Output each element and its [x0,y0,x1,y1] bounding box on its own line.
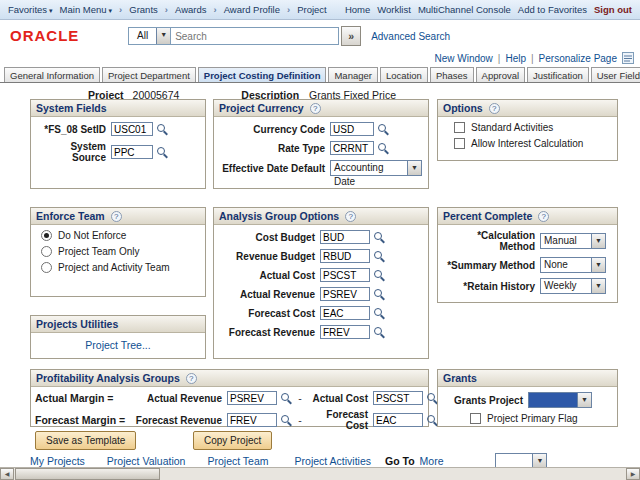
help-icon[interactable]: ? [489,103,500,114]
breadcrumb-awards[interactable]: Awards [175,4,207,15]
separator: | [531,53,534,64]
chevron-down-icon[interactable]: ▼ [156,28,170,44]
project-activities-link[interactable]: Project Activities [295,455,371,467]
actual-revenue-input[interactable] [320,287,370,301]
standard-activities-checkbox[interactable] [454,122,465,133]
actual-cost-input[interactable] [373,391,423,405]
chevron-down-icon[interactable]: ▼ [591,258,605,272]
retain-history-dropdown[interactable]: Weekly ▼ [540,278,606,294]
effective-date-default-dropdown[interactable]: Accounting Date ▼ [330,160,422,176]
cost-budget-input[interactable] [320,230,370,244]
multichannel-console-link[interactable]: MultiChannel Console [418,4,511,15]
forecast-cost-input[interactable] [373,413,423,427]
revenue-budget-input[interactable] [320,249,370,263]
worklist-link[interactable]: Worklist [377,4,411,15]
grants-project-label: Grants Project [442,395,528,406]
forecast-revenue-input[interactable] [320,325,370,339]
search-bar: All ▼ » Advanced Search [128,26,450,46]
help-icon[interactable]: ? [345,211,356,222]
lookup-icon[interactable] [377,123,390,136]
project-team-only-radio[interactable] [41,246,52,257]
lookup-icon[interactable] [280,392,293,405]
lookup-icon[interactable] [280,414,293,427]
tab-project-department[interactable]: Project Department [102,67,196,82]
help-icon[interactable]: ? [310,103,321,114]
chevron-down-icon[interactable]: ▼ [407,161,421,175]
favorites-menu[interactable]: Favorites▾ [8,4,53,15]
copy-url-icon[interactable] [622,52,634,64]
allow-interest-calculation-checkbox[interactable] [454,138,465,149]
tab-justification[interactable]: Justification [527,67,589,82]
help-icon[interactable]: ? [186,373,197,384]
lookup-icon[interactable] [373,288,386,301]
tab-manager[interactable]: Manager [328,67,378,82]
scroll-left-icon[interactable]: ◀ [0,468,14,480]
project-valuation-link[interactable]: Project Valuation [107,455,186,467]
personalize-page-link[interactable]: Personalize Page [539,53,617,64]
currency-code-input[interactable] [330,122,374,136]
sign-out-link[interactable]: Sign out [594,4,632,15]
my-projects-link[interactable]: My Projects [30,455,85,467]
tab-phases[interactable]: Phases [430,67,474,82]
forecast-revenue-input[interactable] [227,413,277,427]
tab-project-costing-definition[interactable]: Project Costing Definition [198,67,327,82]
chevron-down-icon[interactable]: ▼ [577,393,591,407]
setid-input[interactable] [111,122,153,136]
chevron-down-icon[interactable]: ▼ [591,234,605,248]
tab-location[interactable]: Location [380,67,428,82]
horizontal-scrollbar[interactable]: ◀ ▶ [0,467,640,480]
summary-method-dropdown[interactable]: None ▼ [540,257,606,273]
project-team-only-label: Project Team Only [58,246,140,257]
lookup-icon[interactable] [373,250,386,263]
lookup-icon[interactable] [377,142,390,155]
breadcrumb-award-profile[interactable]: Award Profile [224,4,280,15]
lookup-icon[interactable] [373,231,386,244]
advanced-search-link[interactable]: Advanced Search [371,31,450,42]
forecast-cost-input[interactable] [320,306,370,320]
tab-user-fields[interactable]: User Fields [591,67,640,82]
breadcrumb-grants[interactable]: Grants [129,4,158,15]
project-primary-flag-checkbox[interactable] [470,413,481,424]
actual-cost-label: Actual Cost [218,270,320,281]
calculation-method-dropdown[interactable]: Manual ▼ [540,233,606,249]
new-window-link[interactable]: New Window [434,53,492,64]
lookup-icon[interactable] [373,269,386,282]
scroll-right-icon[interactable]: ▶ [626,468,640,480]
grants-project-dropdown[interactable]: ▼ [528,392,592,408]
help-icon[interactable]: ? [538,211,549,222]
rate-type-input[interactable] [330,141,374,155]
breadcrumb-project[interactable]: Project [297,4,327,15]
projects-utilities-section: Projects Utilities Project Tree... [30,315,206,359]
project-team-link[interactable]: Project Team [207,455,268,467]
actual-cost-input[interactable] [320,268,370,282]
lookup-icon[interactable] [373,326,386,339]
search-scope-dropdown[interactable]: All ▼ [128,27,171,45]
help-link[interactable]: Help [505,53,526,64]
add-to-favorites-link[interactable]: Add to Favorites [518,4,587,15]
lookup-icon[interactable] [156,146,169,159]
copy-project-button[interactable]: Copy Project [193,431,272,450]
tab-approval[interactable]: Approval [476,67,526,82]
actual-revenue-label: Actual Revenue [135,393,227,404]
system-source-input[interactable] [111,145,153,159]
search-input[interactable] [171,27,339,45]
save-as-template-button[interactable]: Save as Template [35,431,136,450]
help-icon[interactable]: ? [111,211,122,222]
search-go-button[interactable]: » [341,26,361,46]
home-link[interactable]: Home [345,4,370,15]
chevron-down-icon[interactable]: ▼ [591,279,605,293]
lookup-icon[interactable] [373,307,386,320]
project-tree-link[interactable]: Project Tree... [85,339,150,351]
chevron-down-icon[interactable]: ▼ [532,454,546,468]
tab-general-information[interactable]: General Information [4,67,100,82]
do-not-enforce-radio[interactable] [41,230,52,241]
project-and-activity-team-radio[interactable] [41,262,52,273]
actual-revenue-input[interactable] [227,391,277,405]
scrollbar-thumb[interactable] [15,468,160,480]
main-menu[interactable]: Main Menu▾ [60,4,113,15]
actual-margin-label: Actual Margin = [35,392,135,404]
lookup-icon[interactable] [156,123,169,136]
forecast-cost-label: Forecast Cost [307,409,373,431]
page-links-bar: New Window | Help | Personalize Page [0,50,640,66]
more-link[interactable]: More [420,455,444,467]
